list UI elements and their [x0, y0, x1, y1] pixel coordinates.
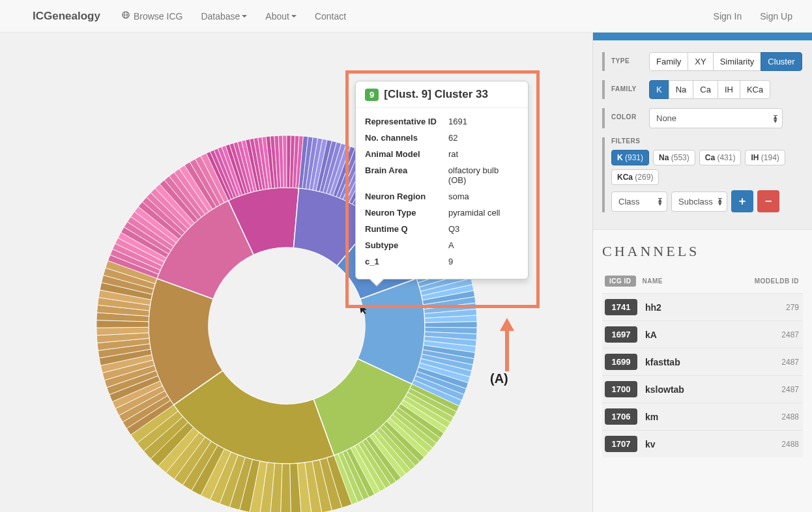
- cluster-popover: 9 [Clust. 9] Cluster 33 Representative I…: [355, 81, 529, 279]
- icg-id-badge: 1697: [605, 326, 637, 343]
- nav-browse[interactable]: Browse ICG: [112, 1, 192, 31]
- popover-value: 1691: [448, 117, 467, 126]
- channel-row[interactable]: 1706km2488: [602, 403, 803, 430]
- popover-value: soma: [448, 192, 469, 201]
- globe-icon: [121, 10, 130, 21]
- channel-row[interactable]: 1699kfasttab2487: [602, 348, 803, 375]
- popover-row: Representative ID1691: [365, 113, 519, 130]
- select-arrows-icon: ▴▾: [718, 197, 722, 205]
- nav-database-label: Database: [201, 11, 240, 21]
- subclass-select[interactable]: Subclass: [671, 192, 727, 212]
- channels-list: 1741hh22791697kA24871699kfasttab24871700…: [602, 293, 803, 457]
- popover-body: Representative ID1691No. channels62Anima…: [356, 108, 528, 279]
- popover-value: pyramidal cell: [448, 208, 500, 218]
- icg-id-badge: 1741: [605, 299, 637, 315]
- filter-tag-ih[interactable]: IH (194): [745, 150, 785, 165]
- modeldb-header[interactable]: MODELDB ID: [755, 277, 799, 285]
- popover-row: No. channels62: [365, 130, 519, 146]
- class-select[interactable]: Class: [611, 192, 667, 212]
- channel-name: hh2: [645, 302, 786, 313]
- filter-tag-kca[interactable]: KCa (269): [611, 169, 659, 185]
- nav-database[interactable]: Database: [192, 1, 256, 31]
- channels-section: CHANNELS ICG ID NAME MODELDB ID 1741hh22…: [593, 229, 812, 512]
- popover-key: Subtype: [365, 240, 448, 250]
- popover-key: c_1: [365, 257, 448, 266]
- icg-id-header[interactable]: ICG ID: [605, 276, 636, 287]
- modeldb-id: 2488: [781, 412, 799, 421]
- filter-actions: Class ▴▾ Subclass ▴▾ + −: [611, 190, 803, 212]
- popover-value: rat: [448, 149, 458, 159]
- popover-key: Neuron Type: [365, 208, 448, 218]
- family-option-kca[interactable]: KCa: [740, 80, 770, 99]
- name-header[interactable]: NAME: [643, 277, 755, 285]
- color-label: COLOR: [611, 108, 649, 121]
- popover-header: 9 [Clust. 9] Cluster 33: [356, 81, 528, 108]
- caret-icon: [242, 15, 247, 18]
- filter-tag-ca[interactable]: Ca (431): [699, 150, 742, 165]
- channel-row[interactable]: 1741hh2279: [602, 293, 803, 320]
- sunburst-center: [209, 248, 365, 404]
- add-filter-button[interactable]: +: [731, 190, 753, 212]
- modeldb-id: 2487: [781, 358, 799, 367]
- color-select[interactable]: None: [649, 108, 783, 128]
- sunburst-outer-segment[interactable]: [425, 322, 477, 328]
- filter-tag-na[interactable]: Na (553): [653, 150, 695, 165]
- visualization-canvas[interactable]: 9 [Clust. 9] Cluster 33 Representative I…: [0, 33, 592, 512]
- channel-name: kfasttab: [645, 357, 781, 367]
- remove-filter-button[interactable]: −: [757, 190, 779, 212]
- modeldb-id: 2487: [781, 385, 799, 394]
- nav-contact[interactable]: Contact: [306, 1, 355, 31]
- family-option-na[interactable]: Na: [669, 80, 694, 99]
- filter-tag-k[interactable]: K (931): [611, 150, 649, 165]
- icg-id-badge: 1706: [605, 408, 637, 425]
- icg-id-badge: 1707: [605, 436, 637, 452]
- cluster-badge: 9: [365, 89, 379, 101]
- popover-value: A: [448, 240, 454, 250]
- channels-heading: CHANNELS: [602, 243, 803, 260]
- nav-browse-label: Browse ICG: [134, 11, 182, 21]
- popover-key: No. channels: [365, 133, 448, 143]
- nav-signup[interactable]: Sign Up: [751, 1, 802, 31]
- family-option-ih[interactable]: IH: [718, 80, 740, 99]
- nav-about-label: About: [265, 11, 289, 21]
- popover-row: Neuron Regionsoma: [365, 188, 519, 205]
- family-option-ca[interactable]: Ca: [693, 80, 718, 99]
- popover-value: 62: [448, 133, 457, 143]
- popover-row: Runtime QQ3: [365, 221, 519, 237]
- svg-marker-1: [500, 318, 514, 331]
- icg-id-badge: 1699: [605, 354, 637, 370]
- popover-row: Brain Areaolfactory bulb (OB): [365, 162, 519, 188]
- popover-key: Brain Area: [365, 165, 448, 185]
- popover-row: Animal Modelrat: [365, 146, 519, 162]
- channel-name: kslowtab: [645, 384, 781, 395]
- modeldb-id: 2488: [781, 440, 799, 449]
- channel-row[interactable]: 1697kA2487: [602, 320, 803, 348]
- popover-row: c_19: [365, 253, 519, 270]
- popover-value: olfactory bulb (OB): [448, 165, 519, 185]
- channel-name: km: [645, 412, 781, 422]
- select-arrows-icon: ▴▾: [774, 115, 777, 122]
- annotation-label: (A): [490, 371, 508, 386]
- modeldb-id: 2487: [781, 330, 799, 339]
- sidebar: TYPE FamilyXYSimilarityCluster FAMILY KN…: [592, 33, 812, 512]
- nav-about[interactable]: About: [256, 1, 306, 31]
- sidebar-accent-strip: [593, 33, 812, 40]
- channel-row[interactable]: 1700kslowtab2487: [602, 375, 803, 403]
- select-arrows-icon: ▴▾: [658, 197, 662, 205]
- type-option-cluster[interactable]: Cluster: [761, 52, 802, 71]
- nav-signin[interactable]: Sign In: [704, 1, 751, 31]
- type-option-xy[interactable]: XY: [688, 52, 713, 71]
- type-option-similarity[interactable]: Similarity: [713, 52, 762, 71]
- popover-key: Animal Model: [365, 149, 448, 159]
- brand[interactable]: ICGenealogy: [10, 10, 112, 23]
- filters-label: FILTERS: [611, 137, 649, 145]
- popover-key: Representative ID: [365, 117, 448, 126]
- family-control-row: FAMILY KNaCaIHKCa: [602, 80, 803, 99]
- filters-control-row: FILTERS K (931)Na (553)Ca (431)IH (194)K…: [602, 137, 803, 212]
- popover-title: [Clust. 9] Cluster 33: [384, 88, 488, 101]
- popover-value: Q3: [448, 224, 459, 234]
- family-option-k[interactable]: K: [649, 80, 669, 99]
- type-option-family[interactable]: Family: [649, 52, 688, 71]
- popover-row: SubtypeA: [365, 237, 519, 253]
- channel-row[interactable]: 1707kv2488: [602, 430, 803, 457]
